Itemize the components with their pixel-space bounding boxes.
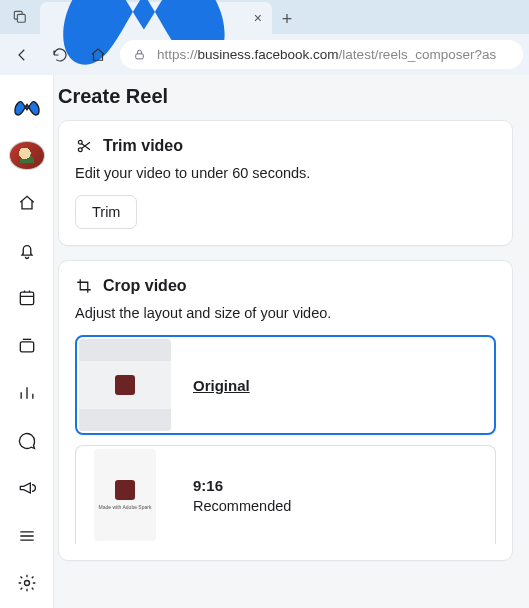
crop-option-916[interactable]: Made with Adobe Spark 9:16 Recommended [75, 445, 496, 544]
address-bar[interactable]: https://business.facebook.com/latest/ree… [120, 40, 523, 69]
refresh-button[interactable] [44, 39, 76, 71]
crop-card-title: Crop video [103, 277, 187, 295]
sidebar-all-tools-icon[interactable] [9, 521, 45, 551]
crop-option-sublabel: Recommended [193, 498, 291, 514]
app-frame: Create Reel Trim video Edit your video t… [0, 75, 529, 608]
trim-card-title: Trim video [103, 137, 183, 155]
main-content: Create Reel Trim video Edit your video t… [54, 75, 529, 608]
new-tab-button[interactable]: + [272, 4, 302, 34]
svg-rect-4 [20, 342, 33, 352]
url-text: https://business.facebook.com/latest/ree… [157, 47, 496, 62]
sidebar-inbox-icon[interactable] [9, 426, 45, 456]
tab-close-icon[interactable]: × [254, 10, 262, 26]
crop-option-label: Original [193, 377, 250, 394]
sidebar-planner-icon[interactable] [9, 283, 45, 313]
svg-rect-3 [20, 292, 33, 305]
tab-manager-icon[interactable] [0, 0, 40, 34]
crop-video-card: Crop video Adjust the layout and size of… [58, 260, 513, 561]
browser-tab-strip: Meta Business Suite × + [0, 0, 529, 34]
trim-card-desc: Edit your video to under 60 seconds. [75, 165, 496, 181]
svg-point-6 [78, 140, 82, 144]
sidebar-ads-icon[interactable] [9, 473, 45, 503]
scissors-icon [75, 137, 93, 155]
svg-point-7 [78, 148, 82, 152]
crop-icon [75, 277, 93, 295]
page-title: Create Reel [58, 75, 513, 120]
sidebar [0, 75, 54, 608]
sidebar-notifications-icon[interactable] [9, 236, 45, 266]
crop-card-desc: Adjust the layout and size of your video… [75, 305, 496, 321]
page-avatar[interactable] [9, 141, 45, 171]
sidebar-insights-icon[interactable] [9, 378, 45, 408]
meta-logo-icon[interactable] [9, 93, 45, 123]
svg-rect-1 [17, 14, 25, 22]
sidebar-settings-icon[interactable] [9, 569, 45, 599]
trim-button[interactable]: Trim [75, 195, 137, 229]
back-button[interactable] [6, 39, 38, 71]
svg-point-5 [24, 581, 29, 586]
svg-rect-2 [136, 54, 144, 59]
browser-tab-active[interactable]: Meta Business Suite × [40, 2, 272, 34]
trim-video-card: Trim video Edit your video to under 60 s… [58, 120, 513, 246]
sidebar-content-icon[interactable] [9, 331, 45, 361]
home-button[interactable] [82, 39, 114, 71]
crop-option-label: 9:16 [193, 477, 291, 494]
crop-option-original[interactable]: Original [75, 335, 496, 435]
sidebar-home-icon[interactable] [9, 188, 45, 218]
crop-thumb-original [79, 339, 171, 431]
lock-icon [132, 47, 147, 62]
crop-thumb-916: Made with Adobe Spark [94, 449, 156, 541]
